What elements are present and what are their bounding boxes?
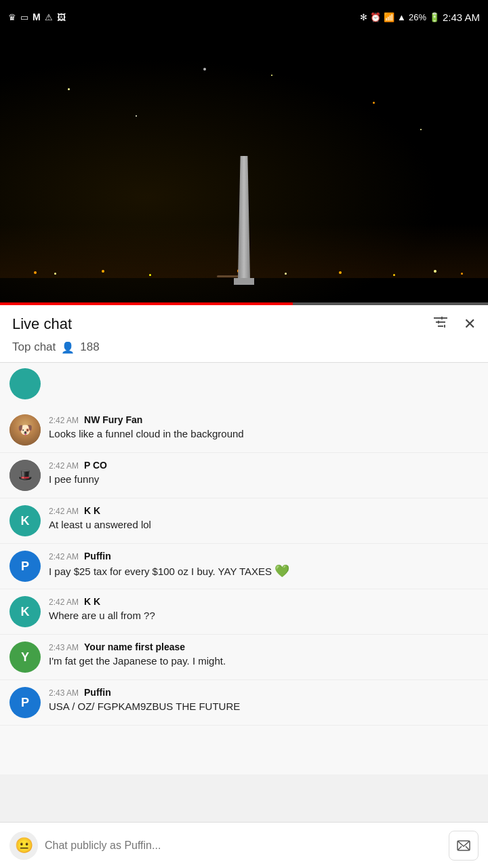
status-left-icons: ♛ ▭ M ⚠ 🖼	[8, 12, 66, 22]
green-heart-emoji: 💚	[274, 564, 289, 578]
warning-icon: ⚠	[45, 12, 53, 22]
chat-content-5: 2:42 AM K K Where are u all from ??	[49, 596, 479, 623]
chat-message-5: Where are u all from ??	[49, 608, 479, 623]
signal-icon: ▲	[397, 12, 406, 22]
status-right-icons: ✻ ⏰ 📶 ▲ 26% 🔋 2:43 AM	[360, 12, 480, 23]
svg-line-8	[466, 846, 470, 850]
chat-username-3: K K	[84, 505, 100, 516]
video-player[interactable]	[0, 34, 488, 305]
chat-item-2: 🎩 2:42 AM P CO I pee funny	[0, 453, 488, 498]
scroll-indicator	[0, 363, 488, 405]
viewer-icon: 👤	[61, 341, 75, 354]
chat-content-6: 2:43 AM Your name first please I'm fat g…	[49, 642, 479, 668]
chat-item-5: K 2:42 AM K K Where are u all from ??	[0, 589, 488, 635]
close-icon[interactable]: ✕	[464, 317, 476, 332]
chat-content-3: 2:42 AM K K At least u answered lol	[49, 505, 479, 532]
chat-username-7: Puffin	[84, 687, 111, 698]
clock-icon: ⏰	[370, 12, 381, 22]
time-display: 2:43 AM	[443, 12, 480, 23]
top-chat-label: Top chat	[12, 340, 56, 354]
avatar-kk-1: K	[9, 505, 41, 536]
status-bar: ♛ ▭ M ⚠ 🖼 ✻ ⏰ 📶 ▲ 26% 🔋 2:43 AM	[0, 0, 488, 34]
chat-time-6: 2:43 AM	[49, 643, 79, 652]
battery-percent: 26%	[409, 12, 426, 22]
chat-message-1: Looks like a funnel cloud in the backgro…	[49, 427, 479, 441]
chat-item-7: P 2:43 AM Puffin USA / OZ/ FGPKAM9ZBUS T…	[0, 680, 488, 726]
m-icon: M	[33, 12, 41, 22]
monument	[234, 156, 254, 285]
chat-time-5: 2:42 AM	[49, 597, 79, 607]
chat-message-7: USA / OZ/ FGPKAM9ZBUS THE FUTURE	[49, 699, 479, 713]
wifi-icon: 📶	[384, 12, 394, 22]
chat-input-area: 😐	[0, 822, 488, 868]
chat-message-2: I pee funny	[49, 472, 479, 486]
send-button[interactable]	[449, 831, 479, 861]
chat-list: 🐶 2:42 AM NW Fury Fan Looks like a funne…	[0, 405, 488, 774]
chat-time-7: 2:43 AM	[49, 688, 79, 698]
chat-input[interactable]	[45, 831, 442, 860]
live-chat-title: Live chat	[12, 315, 72, 333]
chat-username-1: NW Fury Fan	[84, 414, 142, 425]
chat-content-7: 2:43 AM Puffin USA / OZ/ FGPKAM9ZBUS THE…	[49, 687, 479, 713]
crown-icon: ♛	[8, 12, 16, 22]
chat-item-1: 🐶 2:42 AM NW Fury Fan Looks like a funne…	[0, 408, 488, 453]
avatar-scroll	[9, 368, 41, 399]
chat-time-2: 2:42 AM	[49, 461, 79, 471]
folder-icon: ▭	[20, 12, 28, 22]
bluetooth-icon: ✻	[360, 12, 367, 22]
chat-username-4: Puffin	[84, 551, 111, 561]
chat-username-2: P CO	[84, 460, 107, 471]
video-progress-fill	[0, 302, 293, 305]
emoji-button[interactable]: 😐	[9, 831, 38, 860]
image-icon: 🖼	[57, 12, 66, 22]
header-icon-group: ✕	[431, 313, 476, 335]
avatar-ynfp: Y	[9, 642, 41, 673]
video-progress-bar[interactable]	[0, 302, 488, 305]
chat-username-5: K K	[84, 596, 100, 607]
avatar-puffin-2: P	[9, 687, 41, 718]
chat-message-6: I'm fat get the Japanese to pay. I might…	[49, 654, 479, 668]
chat-content-4: 2:42 AM Puffin I pay $25 tax for every $…	[49, 551, 479, 580]
chat-time-3: 2:42 AM	[49, 507, 79, 516]
avatar-kk-2: K	[9, 596, 41, 627]
chat-content-2: 2:42 AM P CO I pee funny	[49, 460, 479, 486]
svg-line-7	[458, 846, 462, 850]
chat-time-4: 2:42 AM	[49, 552, 79, 561]
chat-item-4: P 2:42 AM Puffin I pay $25 tax for every…	[0, 544, 488, 589]
chat-item-3: K 2:42 AM K K At least u answered lol	[0, 498, 488, 544]
filter-icon[interactable]	[431, 313, 450, 335]
avatar-nw-fury-fan: 🐶	[9, 414, 41, 446]
avatar-pco: 🎩	[9, 460, 41, 491]
viewer-count: 188	[80, 340, 99, 354]
avatar-puffin-1: P	[9, 551, 41, 582]
chat-message-3: At least u answered lol	[49, 517, 479, 532]
battery-icon: 🔋	[429, 12, 440, 22]
chat-content-1: 2:42 AM NW Fury Fan Looks like a funnel …	[49, 414, 479, 441]
chat-username-6: Your name first please	[84, 642, 185, 652]
chat-message-4: I pay $25 tax for every $100 oz I buy. Y…	[49, 563, 479, 580]
live-chat-header: Live chat ✕ Top chat 👤 188	[0, 305, 488, 363]
chat-time-1: 2:42 AM	[49, 416, 79, 425]
chat-item-6: Y 2:43 AM Your name first please I'm fat…	[0, 635, 488, 680]
